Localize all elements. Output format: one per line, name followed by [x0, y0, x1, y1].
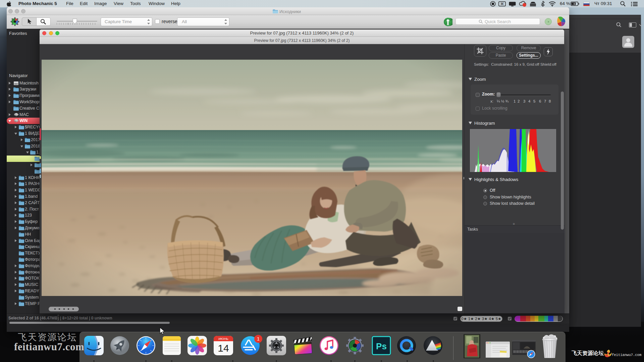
- svg-text:Ps: Ps: [376, 341, 387, 351]
- svg-text:ИЮНЬ: ИЮНЬ: [218, 337, 228, 341]
- svg-text:14: 14: [218, 343, 229, 354]
- svg-text:⌘: ⌘: [500, 2, 504, 6]
